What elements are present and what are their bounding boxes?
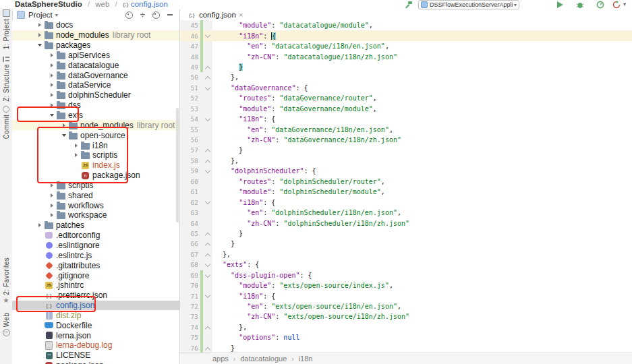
tree-toggle-chevron-icon[interactable] xyxy=(35,44,44,47)
tree-item[interactable]: patches xyxy=(12,220,179,231)
fold-up-icon[interactable] xyxy=(203,343,212,353)
fold-up-icon[interactable] xyxy=(203,249,212,260)
fold-up-icon[interactable] xyxy=(203,239,212,249)
collapse-all-icon[interactable]: ÷ xyxy=(140,10,145,20)
code-text[interactable]: } xyxy=(212,145,243,155)
fold-up-icon[interactable] xyxy=(203,62,212,72)
stripe-button-favorites[interactable]: 2: Favorites ★ xyxy=(0,257,12,304)
fold-down-icon[interactable] xyxy=(203,30,212,40)
code-text[interactable]: "en": "dataGovernance/i18n/en.json", xyxy=(212,124,393,134)
code-text[interactable]: "options": null xyxy=(212,332,299,342)
tree-item[interactable]: shared xyxy=(12,190,179,200)
tree-item[interactable]: workflows xyxy=(12,200,179,210)
tree-item[interactable]: .gitattributes xyxy=(12,260,179,270)
locate-file-icon[interactable] xyxy=(125,11,133,19)
code-text[interactable]: "en": "datacatalogue/i18n/en.json", xyxy=(212,41,389,51)
tree-item[interactable]: dataService xyxy=(12,80,179,90)
tree-item[interactable]: dataGovernance xyxy=(12,70,179,80)
tree-item[interactable]: lerna-debug.log xyxy=(12,340,179,351)
chevron-down-icon[interactable]: ▾ xyxy=(55,12,58,18)
code-text[interactable]: } xyxy=(212,239,235,249)
tree-toggle-chevron-icon[interactable] xyxy=(59,123,68,127)
code-text[interactable]: } xyxy=(212,62,243,72)
code-text[interactable]: "routes": "dataGovernance/router", xyxy=(212,93,377,103)
tree-toggle-chevron-icon[interactable] xyxy=(47,114,56,117)
tree-toggle-chevron-icon[interactable] xyxy=(59,134,68,137)
tree-item[interactable]: .prettierrc.json xyxy=(12,291,179,301)
code-text[interactable]: "en": "exts/open-source/i18n/en.json", xyxy=(212,301,401,311)
tree-item[interactable]: Dockerfile xyxy=(12,320,179,330)
code-text[interactable]: }, xyxy=(212,249,231,260)
code-text[interactable]: }, xyxy=(212,156,239,166)
code-text[interactable]: "routes": "dolphinScheduler/router", xyxy=(212,177,385,187)
tree-toggle-chevron-icon[interactable] xyxy=(47,63,56,67)
fold-up-icon[interactable] xyxy=(203,322,212,332)
code-text[interactable]: "zh-CN": "datacatalogue/i18n/zh.json" xyxy=(212,51,397,61)
fold-up-icon[interactable] xyxy=(203,156,212,166)
tree-item[interactable]: .jshintrc xyxy=(12,280,179,291)
tree-item[interactable]: exts xyxy=(12,111,179,121)
tree-item[interactable]: scriptis xyxy=(12,181,179,191)
tree-item[interactable]: docs xyxy=(12,20,179,30)
breadcrumb-item-apps[interactable]: apps xyxy=(212,355,229,363)
code-text[interactable]: "i18n": { xyxy=(212,114,275,124)
fold-up-icon[interactable] xyxy=(203,229,212,239)
tree-toggle-chevron-icon[interactable] xyxy=(71,144,80,148)
tree-item[interactable]: dss xyxy=(12,100,179,111)
tree-item[interactable]: index.js xyxy=(12,160,179,171)
run-button[interactable] xyxy=(556,1,565,9)
tree-toggle-chevron-icon[interactable] xyxy=(47,103,56,107)
tree-item[interactable]: datacatalogue xyxy=(12,60,179,70)
fold-down-icon[interactable] xyxy=(203,166,212,176)
tree-item[interactable]: dist.zip xyxy=(12,310,179,320)
code-text[interactable]: "dolphinScheduler": { xyxy=(212,166,316,176)
fold-down-icon[interactable] xyxy=(203,270,212,280)
tree-toggle-chevron-icon[interactable] xyxy=(47,73,56,78)
tree-item[interactable]: LICENSE xyxy=(12,351,179,361)
tree-item[interactable]: node_moduleslibrary root xyxy=(12,120,179,130)
tree-item[interactable]: i18n xyxy=(12,140,179,150)
stripe-button-web[interactable]: Web xyxy=(0,313,12,336)
build-hammer-icon[interactable] xyxy=(404,1,413,9)
tree-toggle-chevron-icon[interactable] xyxy=(47,193,56,198)
tree-toggle-chevron-icon[interactable] xyxy=(47,83,56,87)
tree-toggle-chevron-icon[interactable] xyxy=(35,33,44,37)
more-run-actions-chevron-icon[interactable]: ▾ xyxy=(623,1,632,9)
run-with-coverage-button[interactable] xyxy=(612,1,621,9)
tree-toggle-chevron-icon[interactable] xyxy=(47,204,56,208)
tree-item[interactable]: .eslintrc.js xyxy=(12,250,179,260)
tree-item[interactable]: packages xyxy=(12,40,179,51)
code-text[interactable]: "dss-plugin-open": { xyxy=(212,270,312,280)
tree-toggle-chevron-icon[interactable] xyxy=(47,213,56,217)
code-text[interactable]: }, xyxy=(212,322,247,332)
breadcrumb-item-i18n[interactable]: i18n xyxy=(299,355,313,363)
fold-down-icon[interactable] xyxy=(203,114,212,124)
code-text[interactable]: "dataGovernance": { xyxy=(212,83,308,93)
code-text[interactable]: "zh-CN": "dolphinScheduler/i18n/zh.json" xyxy=(212,218,409,228)
tree-toggle-chevron-icon[interactable] xyxy=(71,153,80,157)
code-text[interactable]: "i18n": { xyxy=(212,291,275,301)
stripe-button-project[interactable]: 1: Project xyxy=(0,9,12,49)
tree-item[interactable]: package.json xyxy=(12,171,179,181)
debug-button[interactable] xyxy=(576,1,585,9)
code-text[interactable]: "en": "dolphinScheduler/i18n/en.json", xyxy=(212,208,401,218)
profiler-button[interactable] xyxy=(596,1,605,9)
fold-down-icon[interactable] xyxy=(203,83,212,93)
tree-toggle-chevron-icon[interactable] xyxy=(47,53,56,57)
stripe-button-commit[interactable]: Commit xyxy=(0,106,12,139)
code-text[interactable]: "zh-CN": "dataGovernance/i18n/zh.json" xyxy=(212,135,401,145)
fold-down-icon[interactable] xyxy=(203,260,212,270)
breadcrumb-project[interactable]: DataSphereStudio xyxy=(15,0,82,8)
code-text[interactable]: "zh-CN": "exts/open-source/i18n/zh.json" xyxy=(212,311,409,322)
tree-item[interactable]: .eslintignore xyxy=(12,241,179,251)
breadcrumb-folder[interactable]: web xyxy=(95,0,109,8)
tree-item[interactable]: lerna.json xyxy=(12,330,179,340)
tree-item[interactable]: config.json xyxy=(12,301,179,311)
tree-item[interactable]: .gitignore xyxy=(12,270,179,280)
stripe-button-structure[interactable]: Z: Structure xyxy=(0,57,12,102)
code-text[interactable]: "module": "dataGovernance/module", xyxy=(212,104,377,114)
tree-item[interactable]: workspace xyxy=(12,210,179,220)
fold-down-icon[interactable] xyxy=(203,197,212,207)
tree-toggle-chevron-icon[interactable] xyxy=(35,23,44,27)
code-text[interactable]: "module": "dolphinScheduler/module", xyxy=(212,187,385,197)
